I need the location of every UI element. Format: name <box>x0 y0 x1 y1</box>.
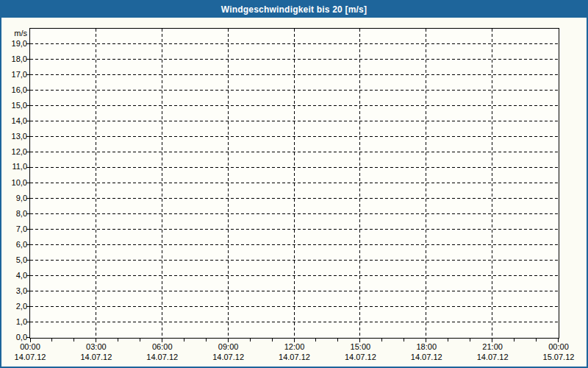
x-axis-date-label: 15.07.12 <box>535 353 582 362</box>
x-axis-time-label: 00:00 <box>7 342 54 352</box>
x-axis-date-label: 14.07.12 <box>205 353 252 362</box>
y-axis-tick-label: 5,0 <box>3 255 27 265</box>
x-axis-tick <box>514 339 514 342</box>
chart-window: Windgeschwindigkeit bis 20 [m/s] 19,018,… <box>0 0 588 368</box>
chart-title-bar: Windgeschwindigkeit bis 20 [m/s] <box>1 1 587 18</box>
x-axis-tick <box>470 339 470 342</box>
x-axis-tick <box>272 339 273 342</box>
y-axis-tick-label: 2,0 <box>3 302 27 311</box>
x-axis-time-label: 15:00 <box>337 342 384 352</box>
y-axis-tick-label: 13,0 <box>3 132 27 141</box>
y-axis-tick-label: 11,0 <box>3 162 27 171</box>
x-gridline <box>162 29 162 338</box>
y-axis-tick-label: 16,0 <box>3 85 27 95</box>
x-axis-date-label: 14.07.12 <box>7 353 54 362</box>
x-axis-time-label: 09:00 <box>205 342 252 352</box>
x-axis-date-label: 14.07.12 <box>139 353 186 362</box>
x-axis-tick <box>315 339 316 342</box>
x-gridline <box>96 29 96 338</box>
x-axis-time-label: 06:00 <box>139 342 186 352</box>
y-axis-tick-label: 0,0 <box>3 333 27 342</box>
y-axis-unit-label: m/s <box>3 29 27 38</box>
plot-area <box>29 28 559 339</box>
x-axis-tick <box>381 339 382 342</box>
x-axis-date-label: 14.07.12 <box>469 353 516 362</box>
x-axis-tick <box>74 339 74 342</box>
x-axis-time-label: 03:00 <box>73 342 120 352</box>
y-axis-tick-label: 7,0 <box>3 224 27 234</box>
y-axis-tick-label: 14,0 <box>3 116 27 126</box>
y-axis-tick-label: 12,0 <box>3 147 27 157</box>
x-axis-tick <box>206 339 207 342</box>
x-axis-tick <box>184 339 184 342</box>
y-axis-tick-label: 18,0 <box>3 54 27 64</box>
x-axis-tick <box>250 339 251 342</box>
x-axis-tick <box>337 339 338 342</box>
x-axis-tick <box>448 339 448 342</box>
y-axis-tick-label: 10,0 <box>3 178 27 188</box>
y-axis-tick-label: 1,0 <box>3 317 27 327</box>
x-axis-tick <box>140 339 140 342</box>
x-axis-tick <box>118 339 118 342</box>
x-axis-time-label: 21:00 <box>469 342 516 352</box>
x-axis-date-label: 14.07.12 <box>403 353 450 362</box>
y-axis-tick-label: 6,0 <box>3 240 27 250</box>
y-axis-tick-label: 8,0 <box>3 209 27 219</box>
x-gridline <box>228 29 229 338</box>
x-gridline <box>294 29 295 338</box>
x-gridline <box>359 29 360 338</box>
y-axis-tick-label: 3,0 <box>3 286 27 296</box>
x-gridline <box>492 29 492 338</box>
y-axis-tick-label: 9,0 <box>3 194 27 203</box>
x-axis-time-label: 00:00 <box>535 342 582 352</box>
x-axis-tick <box>51 339 52 342</box>
x-axis-tick <box>404 339 404 342</box>
x-axis-date-label: 14.07.12 <box>73 353 120 362</box>
y-axis-tick-label: 17,0 <box>3 70 27 79</box>
chart-title: Windgeschwindigkeit bis 20 [m/s] <box>221 4 367 15</box>
x-axis-date-label: 14.07.12 <box>337 353 384 362</box>
x-axis-date-label: 14.07.12 <box>271 353 318 362</box>
x-axis-time-label: 18:00 <box>403 342 450 352</box>
y-axis-tick-label: 19,0 <box>3 39 27 49</box>
y-axis-tick-label: 4,0 <box>3 271 27 280</box>
x-axis-time-label: 12:00 <box>271 342 318 352</box>
y-axis-tick-label: 15,0 <box>3 101 27 110</box>
x-axis-tick <box>536 339 537 342</box>
x-gridline <box>426 29 426 338</box>
